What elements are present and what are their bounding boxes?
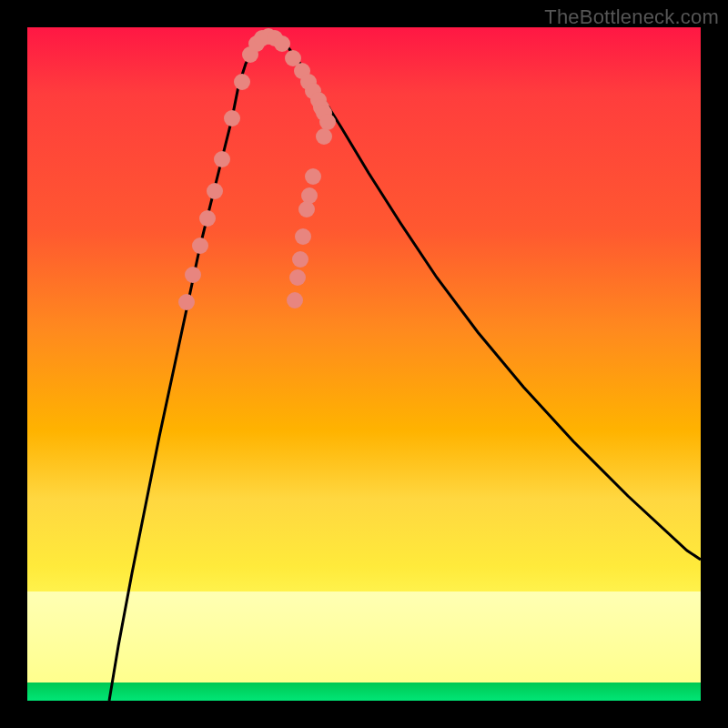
curve-marker: [292, 251, 308, 268]
watermark-text: TheBottleneck.com: [544, 5, 719, 29]
chart-stage: TheBottleneck.com: [0, 0, 728, 728]
curve-marker: [224, 110, 240, 126]
curve-marker: [287, 292, 303, 308]
curve-marker: [234, 74, 250, 90]
curve-marker: [301, 187, 318, 204]
curve-marker: [295, 228, 311, 245]
curve-marker: [178, 294, 195, 310]
bottleneck-curve: [109, 38, 701, 701]
curve-marker: [289, 269, 306, 286]
curve-svg: [27, 27, 701, 701]
curve-marker: [214, 151, 230, 167]
curve-markers: [178, 28, 336, 310]
curve-marker: [316, 128, 332, 145]
curve-marker: [319, 114, 336, 130]
curve-marker: [274, 35, 290, 52]
curve-marker: [305, 168, 321, 185]
curve-marker: [185, 267, 201, 283]
curve-marker: [207, 183, 223, 199]
curve-marker: [192, 238, 208, 254]
curve-marker: [199, 210, 216, 227]
curve-marker: [298, 201, 315, 217]
